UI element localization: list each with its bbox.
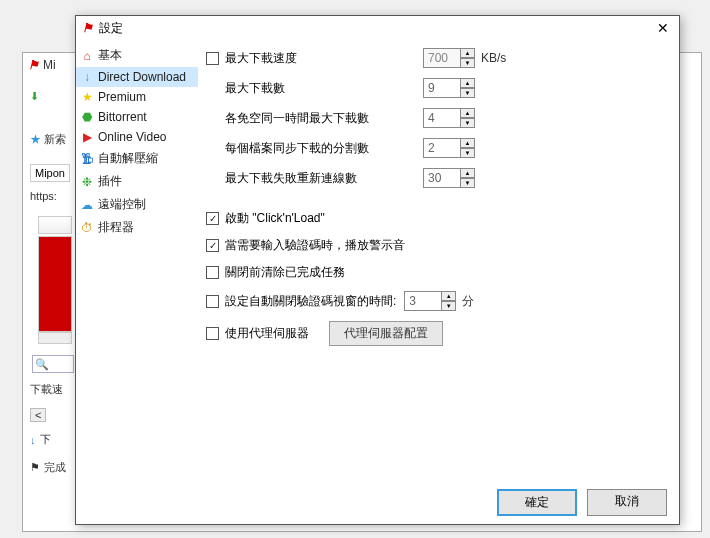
row-max-downloads: 最大下載數 ▲▼ bbox=[206, 78, 663, 98]
clicknload-checkbox[interactable] bbox=[206, 212, 219, 225]
remote-icon: ☁ bbox=[80, 198, 94, 212]
row-max-speed: 最大下載速度 ▲▼ KB/s bbox=[206, 48, 663, 68]
plugins-icon: ❉ bbox=[80, 175, 94, 189]
max-speed-input[interactable] bbox=[423, 48, 461, 68]
max-retry-input[interactable] bbox=[423, 168, 461, 188]
spin-down[interactable]: ▼ bbox=[461, 58, 475, 68]
basic-icon: ⌂ bbox=[80, 49, 94, 63]
max-speed-checkbox[interactable] bbox=[206, 52, 219, 65]
captcha-timeout-label: 設定自動關閉驗證碼視窗的時間: bbox=[225, 293, 396, 310]
row-max-retry: 最大下載失敗重新連線數 ▲▼ bbox=[206, 168, 663, 188]
bg-scroll-left: < bbox=[30, 408, 46, 422]
sidebar-item-online-video[interactable]: ▶Online Video bbox=[76, 127, 198, 147]
sidebar-item-label: 排程器 bbox=[98, 219, 134, 236]
bg-search: 🔍 bbox=[32, 355, 74, 373]
max-per-host-label: 各免空同一時間最大下載數 bbox=[225, 110, 415, 127]
sidebar: ⌂基本↓Direct Download★Premium⬣Bittorrent▶O… bbox=[76, 40, 198, 481]
spin-down[interactable]: ▼ bbox=[442, 301, 456, 311]
captcha-timeout-spinner[interactable]: ▲▼ bbox=[404, 291, 456, 311]
spin-up[interactable]: ▲ bbox=[442, 291, 456, 301]
segments-spinner[interactable]: ▲▼ bbox=[423, 138, 475, 158]
max-retry-label: 最大下載失敗重新連線數 bbox=[225, 170, 415, 187]
sidebar-item-bittorrent[interactable]: ⬣Bittorrent bbox=[76, 107, 198, 127]
captcha-sound-label: 當需要輸入驗證碼時，播放警示音 bbox=[225, 237, 405, 254]
row-captcha-sound: 當需要輸入驗證碼時，播放警示音 bbox=[206, 237, 663, 254]
bg-sidebar-green: ⬇ bbox=[30, 90, 39, 103]
row-segments: 每個檔案同步下載的分割數 ▲▼ bbox=[206, 138, 663, 158]
sidebar-item-label: Bittorrent bbox=[98, 110, 147, 124]
max-downloads-label: 最大下載數 bbox=[225, 80, 415, 97]
bittorrent-icon: ⬣ bbox=[80, 110, 94, 124]
modal-body: ⌂基本↓Direct Download★Premium⬣Bittorrent▶O… bbox=[76, 40, 679, 481]
bg-strip-red bbox=[38, 236, 72, 332]
app-icon: ⚑ bbox=[82, 21, 93, 35]
sidebar-item-scheduler[interactable]: ⏱排程器 bbox=[76, 216, 198, 239]
clear-completed-checkbox[interactable] bbox=[206, 266, 219, 279]
row-captcha-timeout: 設定自動關閉驗證碼視窗的時間: ▲▼ 分 bbox=[206, 291, 663, 311]
spin-down[interactable]: ▼ bbox=[461, 178, 475, 188]
scheduler-icon: ⏱ bbox=[80, 221, 94, 235]
spin-up[interactable]: ▲ bbox=[461, 138, 475, 148]
use-proxy-checkbox[interactable] bbox=[206, 327, 219, 340]
bg-done: ⚑ 完成 bbox=[30, 460, 66, 475]
direct-download-icon: ↓ bbox=[80, 70, 94, 84]
titlebar: ⚑ 設定 ✕ bbox=[76, 16, 679, 40]
spin-down[interactable]: ▼ bbox=[461, 118, 475, 128]
sidebar-item-label: 基本 bbox=[98, 47, 122, 64]
sidebar-item-plugins[interactable]: ❉插件 bbox=[76, 170, 198, 193]
bg-download: ↓ 下 bbox=[30, 432, 51, 447]
flag-icon: ⚑ bbox=[30, 461, 40, 474]
captcha-timeout-input[interactable] bbox=[404, 291, 442, 311]
online-video-icon: ▶ bbox=[80, 130, 94, 144]
sidebar-item-label: Online Video bbox=[98, 130, 167, 144]
sidebar-item-label: Premium bbox=[98, 90, 146, 104]
spin-up[interactable]: ▲ bbox=[461, 48, 475, 58]
sidebar-item-label: 遠端控制 bbox=[98, 196, 146, 213]
max-retry-spinner[interactable]: ▲▼ bbox=[423, 168, 475, 188]
max-downloads-spinner[interactable]: ▲▼ bbox=[423, 78, 475, 98]
clicknload-label: 啟動 "Click'n'Load" bbox=[225, 210, 325, 227]
sidebar-item-label: 自動解壓縮 bbox=[98, 150, 158, 167]
content-panel: 最大下載速度 ▲▼ KB/s 最大下載數 ▲▼ 各免空同一時間最大下載數 bbox=[198, 40, 679, 481]
spin-down[interactable]: ▼ bbox=[461, 148, 475, 158]
sidebar-item-label: 插件 bbox=[98, 173, 122, 190]
segments-label: 每個檔案同步下載的分割數 bbox=[225, 140, 415, 157]
bg-titlebar: ⚑ Mi bbox=[28, 58, 56, 72]
sidebar-item-auto-extract[interactable]: 🗜自動解壓縮 bbox=[76, 147, 198, 170]
bg-title: Mi bbox=[43, 58, 56, 72]
bg-strip2 bbox=[38, 332, 72, 344]
max-per-host-spinner[interactable]: ▲▼ bbox=[423, 108, 475, 128]
use-proxy-label: 使用代理伺服器 bbox=[225, 325, 309, 342]
spin-up[interactable]: ▲ bbox=[461, 168, 475, 178]
segments-input[interactable] bbox=[423, 138, 461, 158]
bg-newtab: ★ 新索 bbox=[30, 132, 66, 147]
bg-strip1 bbox=[38, 216, 72, 234]
sidebar-item-basic[interactable]: ⌂基本 bbox=[76, 44, 198, 67]
app-icon: ⚑ bbox=[28, 58, 39, 72]
sidebar-item-direct-download[interactable]: ↓Direct Download bbox=[76, 67, 198, 87]
sidebar-item-premium[interactable]: ★Premium bbox=[76, 87, 198, 107]
bg-tab-mipon: Mipon bbox=[30, 164, 70, 182]
proxy-config-button[interactable]: 代理伺服器配置 bbox=[329, 321, 443, 346]
spin-up[interactable]: ▲ bbox=[461, 108, 475, 118]
row-use-proxy: 使用代理伺服器 代理伺服器配置 bbox=[206, 321, 663, 346]
max-speed-spinner[interactable]: ▲▼ bbox=[423, 48, 475, 68]
dialog-footer: 確定 取消 bbox=[76, 481, 679, 524]
ok-button[interactable]: 確定 bbox=[497, 489, 577, 516]
clear-completed-label: 關閉前清除已完成任務 bbox=[225, 264, 345, 281]
max-speed-label: 最大下載速度 bbox=[225, 50, 415, 67]
captcha-timeout-checkbox[interactable] bbox=[206, 295, 219, 308]
spin-down[interactable]: ▼ bbox=[461, 88, 475, 98]
max-per-host-input[interactable] bbox=[423, 108, 461, 128]
spin-up[interactable]: ▲ bbox=[461, 78, 475, 88]
dialog-title: 設定 bbox=[99, 20, 653, 37]
captcha-sound-checkbox[interactable] bbox=[206, 239, 219, 252]
close-button[interactable]: ✕ bbox=[653, 20, 673, 36]
sidebar-item-remote[interactable]: ☁遠端控制 bbox=[76, 193, 198, 216]
download-icon: ↓ bbox=[30, 434, 36, 446]
cancel-button[interactable]: 取消 bbox=[587, 489, 667, 516]
max-downloads-input[interactable] bbox=[423, 78, 461, 98]
auto-extract-icon: 🗜 bbox=[80, 152, 94, 166]
max-speed-unit: KB/s bbox=[481, 51, 506, 65]
search-icon: 🔍 bbox=[35, 358, 49, 371]
